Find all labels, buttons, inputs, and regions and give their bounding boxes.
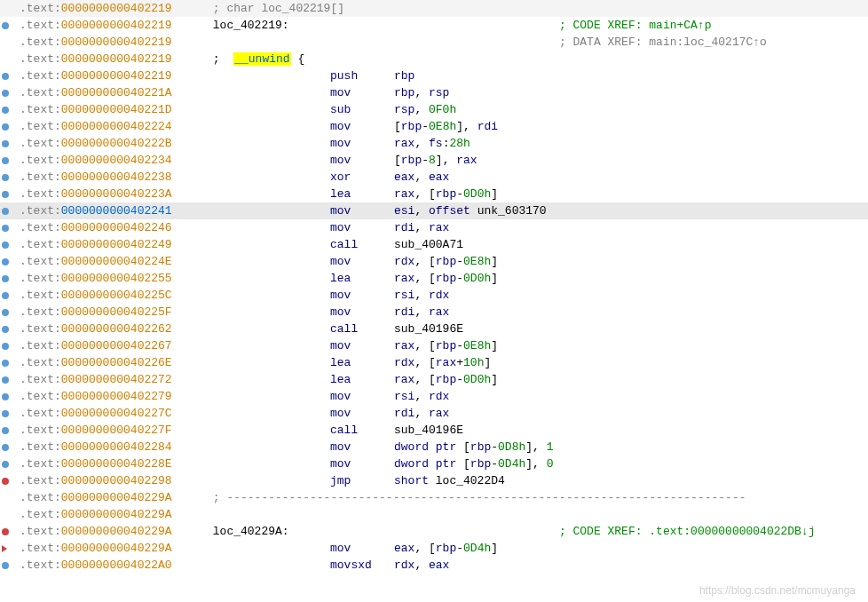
address-column: .text:000000000040227F [20, 424, 206, 437]
operands: sub_40196E [394, 424, 463, 437]
disassembly-listing[interactable]: .text:0000000000402219 ; char loc_402219… [0, 0, 868, 574]
address-column: .text:0000000000402219 [20, 19, 206, 32]
disasm-line[interactable]: .text:0000000000402219 ; __unwind { [0, 51, 868, 67]
operands: sub_40196E [394, 322, 463, 336]
operands: rax, fs:28h [394, 137, 470, 150]
disasm-line[interactable]: .text:0000000000402224 mov[rbp-0E8h], rd… [0, 118, 868, 135]
disasm-line[interactable]: .text:0000000000402238 xoreax, eax [0, 169, 868, 186]
disasm-line[interactable]: .text:0000000000402249 callsub_400A71 [0, 236, 868, 253]
breakpoint-dot-icon [2, 208, 9, 215]
mnemonic: movsxd [330, 558, 394, 572]
mnemonic: mov [330, 339, 394, 352]
address-column: .text:0000000000402219 [20, 36, 206, 49]
disasm-line[interactable]: .text:00000000004022A0 movsxdrdx, eax [0, 557, 868, 574]
address-column: .text:000000000040221A [20, 86, 206, 99]
gutter [2, 292, 20, 299]
highlighted-token: __unwind [233, 52, 290, 66]
address-column: .text:00000000004022A0 [20, 558, 206, 572]
breakpoint-dot-icon [2, 376, 9, 384]
address-column: .text:0000000000402279 [20, 390, 206, 403]
disasm-line[interactable]: .text:000000000040229A [0, 506, 868, 523]
disasm-line[interactable]: .text:000000000040228E movdword ptr [rbp… [0, 455, 868, 472]
disasm-line[interactable]: .text:0000000000402219 pushrbp [0, 67, 868, 84]
breakpoint-dot-icon [2, 107, 9, 114]
mnemonic: lea [330, 373, 394, 386]
disasm-line[interactable]: .text:000000000040225F movrdi, rax [0, 304, 868, 321]
gutter [2, 393, 20, 400]
mnemonic: sub [330, 103, 394, 116]
address-column: .text:000000000040223A [20, 187, 206, 201]
current-line-arrow-icon [2, 545, 7, 552]
operands: rax, [rbp-0D0h] [394, 272, 498, 285]
disasm-line[interactable]: .text:0000000000402246 movrdi, rax [0, 219, 868, 236]
address-column: .text:0000000000402219 [20, 69, 206, 83]
xref-comment: ; DATA XREF: main:loc_40217C [559, 36, 753, 49]
mnemonic: mov [330, 154, 394, 167]
gutter [2, 343, 20, 350]
disasm-line[interactable]: .text:000000000040229A loc_40229A: ; COD… [0, 523, 868, 540]
breakpoint-dot-icon [2, 258, 9, 265]
address-column: .text:000000000040229A [20, 525, 206, 538]
operands: rdi, rax [394, 221, 449, 234]
disasm-line[interactable]: .text:000000000040229A moveax, [rbp-0D4h… [0, 540, 868, 557]
address-column: .text:0000000000402234 [20, 154, 206, 167]
operands: rdx, [rax+10h] [394, 356, 491, 369]
disasm-line[interactable]: .text:000000000040226E leardx, [rax+10h] [0, 354, 868, 371]
disasm-line[interactable]: .text:0000000000402262 callsub_40196E [0, 321, 868, 337]
disasm-line[interactable]: .text:0000000000402298 jmpshort loc_4022… [0, 472, 868, 489]
disasm-line[interactable]: .text:0000000000402219 loc_402219: ; COD… [0, 17, 868, 34]
disasm-line[interactable]: .text:000000000040221A movrbp, rsp [0, 84, 868, 101]
address-column: .text:0000000000402284 [20, 440, 206, 454]
mnemonic: mov [330, 407, 394, 420]
disasm-line[interactable]: .text:000000000040221D subrsp, 0F0h [0, 101, 868, 118]
disasm-line[interactable]: .text:0000000000402272 learax, [rbp-0D0h… [0, 371, 868, 388]
operands: rdi, rax [394, 305, 449, 319]
disasm-line[interactable]: .text:0000000000402267 movrax, [rbp-0E8h… [0, 337, 868, 354]
mnemonic: lea [330, 356, 394, 369]
operands: rbp, rsp [394, 86, 449, 99]
comment-text: ; char loc_402219[] [206, 2, 344, 15]
disasm-line[interactable]: .text:000000000040223A learax, [rbp-0D0h… [0, 186, 868, 202]
disasm-line[interactable]: .text:000000000040222B movrax, fs:28h [0, 135, 868, 152]
operands: esi, offset unk_603170 [394, 204, 547, 218]
gutter [2, 242, 20, 249]
breakpoint-dot-icon [2, 444, 9, 451]
breakpoint-dot-icon [2, 123, 9, 131]
address-column: .text:0000000000402224 [20, 120, 206, 133]
operands: [rbp-0E8h], rdi [394, 120, 498, 133]
gutter [2, 309, 20, 316]
address-column: .text:000000000040222B [20, 137, 206, 150]
disasm-line[interactable]: .text:0000000000402279 movrsi, rdx [0, 388, 868, 405]
breakpoint-dot-icon [2, 562, 9, 569]
disasm-line[interactable]: .text:0000000000402255 learax, [rbp-0D0h… [0, 270, 868, 287]
code-label: loc_40229A: [206, 525, 289, 538]
disasm-line[interactable]: .text:000000000040224E movrdx, [rbp-0E8h… [0, 253, 868, 270]
disasm-line[interactable]: .text:0000000000402241 movesi, offset un… [0, 202, 868, 219]
gutter [2, 73, 20, 80]
breakpoint-dot-icon [2, 393, 9, 400]
mnemonic: xor [330, 170, 394, 184]
mnemonic: call [330, 322, 394, 336]
operands: sub_400A71 [394, 238, 463, 251]
address-column: .text:000000000040228E [20, 457, 206, 471]
gutter [2, 427, 20, 434]
disasm-line[interactable]: .text:0000000000402234 mov[rbp-8], rax [0, 152, 868, 169]
gutter [2, 478, 20, 485]
address-column: .text:000000000040227C [20, 407, 206, 420]
breakpoint-dot-icon [2, 309, 9, 316]
disasm-line[interactable]: .text:000000000040229A ; ---------------… [0, 489, 868, 506]
address-column: .text:000000000040224E [20, 255, 206, 268]
disasm-line[interactable]: .text:0000000000402284 movdword ptr [rbp… [0, 439, 868, 455]
gutter [2, 376, 20, 384]
disasm-line[interactable]: .text:0000000000402219 ; DATA XREF: main… [0, 34, 868, 51]
breakpoint-dot-icon [2, 275, 9, 282]
disasm-line[interactable]: .text:0000000000402219 ; char loc_402219… [0, 0, 868, 17]
disasm-line[interactable]: .text:000000000040227C movrdi, rax [0, 405, 868, 422]
breakpoint-dot-icon [2, 461, 9, 468]
gutter [2, 225, 20, 232]
disasm-line[interactable]: .text:000000000040227F callsub_40196E [0, 422, 868, 439]
operands: rbp [394, 69, 414, 83]
address-column: .text:000000000040226E [20, 356, 206, 369]
disasm-line[interactable]: .text:000000000040225C movrsi, rdx [0, 287, 868, 304]
gutter [2, 444, 20, 451]
